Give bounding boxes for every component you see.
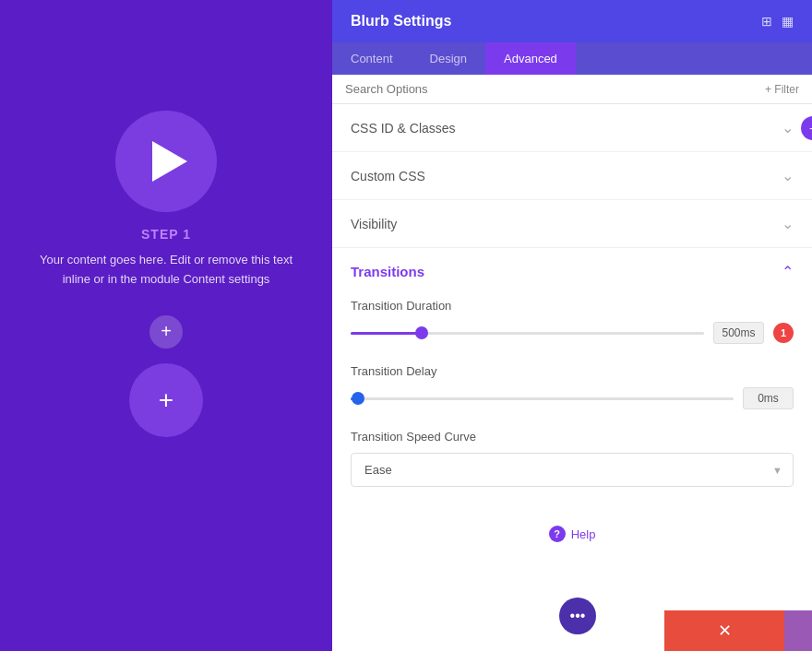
- help-section[interactable]: ? Help: [351, 507, 794, 561]
- tab-design[interactable]: Design: [412, 42, 485, 75]
- transition-delay-slider-container: [351, 389, 734, 408]
- help-label: Help: [571, 527, 596, 541]
- transitions-title: Transitions: [351, 264, 424, 279]
- transition-delay-value[interactable]: 0ms: [743, 387, 794, 409]
- transition-delay-label: Transition Delay: [351, 364, 794, 378]
- chevron-up-icon[interactable]: ⌃: [782, 263, 794, 280]
- transition-duration-label: Transition Duration: [351, 299, 794, 313]
- chevron-down-icon-3: ⌄: [782, 215, 794, 232]
- step-text: Your content goes here. Edit or remove t…: [0, 251, 332, 290]
- slider-fill-duration: [351, 332, 422, 335]
- transitions-header: Transitions ⌃: [351, 263, 794, 280]
- play-icon: [152, 141, 187, 182]
- tabs: Content Design Advanced: [332, 42, 812, 75]
- custom-css-row[interactable]: Custom CSS ⌄: [332, 152, 812, 200]
- header-icons: ⊞ ▦: [761, 14, 794, 29]
- help-icon: ?: [549, 526, 566, 542]
- add-button-small[interactable]: +: [149, 315, 183, 349]
- settings-content: CSS ID & Classes ⌄ + Custom CSS ⌄ Visibi…: [332, 104, 812, 651]
- transition-speed-curve-label: Transition Speed Curve: [351, 430, 794, 444]
- transition-duration-reset[interactable]: 1: [773, 323, 794, 343]
- css-id-classes-label: CSS ID & Classes: [351, 121, 456, 136]
- settings-title: Blurb Settings: [351, 13, 451, 30]
- slider-track-delay: [351, 397, 734, 400]
- settings-header: Blurb Settings ⊞ ▦: [332, 0, 812, 42]
- visibility-label: Visibility: [351, 217, 397, 231]
- slider-thumb-delay[interactable]: [352, 392, 364, 405]
- search-input[interactable]: [345, 82, 765, 96]
- transition-duration-row: 500ms 1: [351, 322, 794, 344]
- chevron-down-icon: ⌄: [782, 119, 794, 136]
- transition-duration-slider-container: [351, 324, 704, 342]
- cancel-button[interactable]: ✕: [664, 610, 784, 651]
- add-button-large[interactable]: +: [129, 363, 203, 437]
- speed-curve-select[interactable]: Ease Linear Ease In Ease Out Ease In Out: [351, 453, 794, 487]
- tab-content[interactable]: Content: [332, 42, 412, 75]
- transition-duration-group: Transition Duration 500ms 1: [351, 299, 794, 344]
- left-panel: STEP 1 Your content goes here. Edit or r…: [0, 0, 332, 651]
- filter-button[interactable]: + Filter: [765, 83, 799, 96]
- slider-track-duration: [351, 332, 704, 335]
- transition-delay-group: Transition Delay 0ms: [351, 364, 794, 409]
- step-label: STEP 1: [141, 227, 191, 242]
- tab-advanced[interactable]: Advanced: [485, 42, 576, 75]
- search-bar: + Filter: [332, 75, 812, 104]
- speed-curve-select-wrapper: Ease Linear Ease In Ease Out Ease In Out: [351, 453, 794, 487]
- slider-thumb-duration[interactable]: [415, 326, 428, 339]
- visibility-row[interactable]: Visibility ⌄: [332, 200, 812, 248]
- css-id-classes-row[interactable]: CSS ID & Classes ⌄ +: [332, 104, 812, 152]
- chevron-down-icon-2: ⌄: [782, 167, 794, 184]
- screen-icon[interactable]: ⊞: [761, 14, 772, 29]
- play-circle: [115, 111, 217, 212]
- css-id-add-btn[interactable]: +: [801, 116, 812, 140]
- transition-speed-curve-group: Transition Speed Curve Ease Linear Ease …: [351, 430, 794, 487]
- right-panel: Blurb Settings ⊞ ▦ Content Design Advanc…: [332, 0, 812, 651]
- layout-icon[interactable]: ▦: [782, 14, 794, 29]
- transition-duration-value[interactable]: 500ms: [713, 322, 764, 344]
- transitions-section: Transitions ⌃ Transition Duration 500ms …: [332, 248, 812, 575]
- transition-delay-row: 0ms: [351, 387, 794, 409]
- fab-button[interactable]: •••: [559, 598, 596, 634]
- custom-css-label: Custom CSS: [351, 169, 425, 183]
- undo-button[interactable]: ↺: [784, 610, 812, 651]
- bottom-toolbar: ✕ ↺ ↻ ✓: [664, 610, 812, 651]
